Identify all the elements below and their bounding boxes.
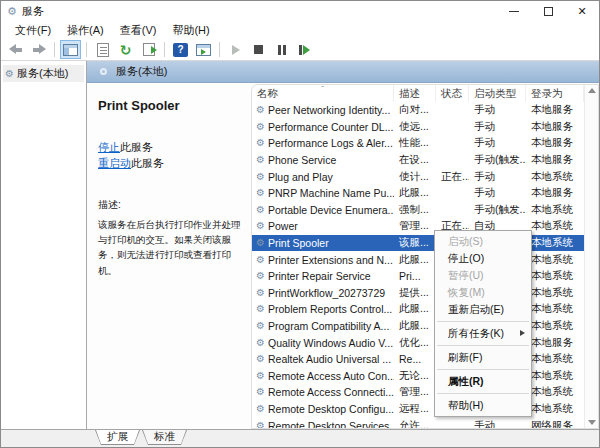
menubar-item[interactable]: 文件(F): [7, 23, 59, 38]
column-header-name[interactable]: 名称 ˆ: [252, 85, 394, 102]
tab-standard[interactable]: 标准: [142, 430, 187, 445]
restart-service-button[interactable]: [294, 40, 315, 59]
stop-service-button[interactable]: [248, 40, 269, 59]
toolbar-separator: [164, 42, 165, 57]
service-logon-cell: 本地系统: [526, 219, 584, 233]
stop-service-link[interactable]: 停止: [98, 141, 120, 153]
service-gear-icon: ⚙: [256, 188, 265, 198]
close-icon: ✕: [577, 6, 586, 17]
table-row[interactable]: ⚙Printer Extensions and N... 此服... 本地系统: [252, 251, 584, 268]
table-row[interactable]: ⚙Peer Networking Identity... 向对... 手动 本地…: [252, 102, 584, 119]
tab-extended[interactable]: 扩展: [95, 430, 140, 445]
toolbar: ↻ ?: [1, 39, 599, 61]
column-header-logon-as[interactable]: 登录为: [526, 85, 584, 102]
vertical-scrollbar[interactable]: [584, 85, 598, 428]
service-gear-icon: ⚙: [256, 205, 265, 215]
context-menu-item[interactable]: [437, 345, 529, 346]
help-button[interactable]: ?: [170, 40, 191, 59]
context-menu-item[interactable]: 重新启动(E): [435, 301, 531, 318]
table-row[interactable]: ⚙Print Spooler 该服... 本地系统: [252, 235, 584, 252]
stop-service-icon: [254, 45, 263, 54]
menubar-item[interactable]: 操作(A): [59, 23, 112, 38]
table-row[interactable]: ⚙Remote Access Auto Con... 无论... 本地系统: [252, 368, 584, 385]
context-menu: 启动(S) 停止(O) 暂停(U) 恢复(M) 重新启动(E): [434, 230, 532, 417]
context-menu-item[interactable]: 刷新(F): [435, 349, 531, 366]
minimize-button[interactable]: [497, 1, 531, 22]
service-gear-icon: ⚙: [256, 371, 265, 381]
table-row[interactable]: ⚙Remote Access Connecti... 管理... 本地系统: [252, 384, 584, 401]
column-header-startup-type[interactable]: 启动类型: [469, 85, 526, 102]
scroll-up-icon[interactable]: [588, 88, 596, 93]
column-header-description[interactable]: 描述: [394, 85, 436, 102]
service-logon-cell: 本地系统: [526, 385, 584, 399]
table-row[interactable]: ⚙Remote Desktop Configu... 远程... 本地系统: [252, 401, 584, 418]
context-menu-item[interactable]: 暂停(U): [435, 267, 531, 284]
show-action-pane-button[interactable]: [193, 40, 214, 59]
service-name: Phone Service: [268, 154, 336, 166]
service-logon-cell: 本地服务: [526, 103, 584, 117]
close-button[interactable]: ✕: [565, 1, 599, 22]
table-row[interactable]: ⚙Plug and Play 使计... 正在... 手动 本地系统: [252, 168, 584, 185]
maximize-button[interactable]: [531, 1, 565, 22]
pane-header-gear-icon: [100, 68, 107, 75]
table-row[interactable]: ⚙Printer Repair Service Pri... 本地系统: [252, 268, 584, 285]
titlebar: ⚙ 服务 ✕: [1, 1, 599, 22]
refresh-button[interactable]: ↻: [115, 40, 136, 59]
service-logon-cell: 本地系统: [526, 352, 584, 366]
context-menu-item[interactable]: 启动(S): [435, 233, 531, 250]
menubar-item[interactable]: 查看(V): [112, 23, 165, 38]
service-description-cell: 使计...: [394, 170, 436, 184]
service-logon-cell: 本地系统: [526, 170, 584, 184]
table-row[interactable]: ⚙Performance Counter DL... 使远... 手动 本地服务: [252, 119, 584, 136]
context-menu-item[interactable]: 属性(R): [435, 373, 531, 390]
back-button[interactable]: [5, 40, 26, 59]
service-logon-cell: 本地系统: [526, 369, 584, 383]
properties-button[interactable]: [92, 40, 113, 59]
service-name: Printer Extensions and N...: [268, 254, 393, 266]
table-row[interactable]: ⚙Program Compatibility A... 此服... 本地系统: [252, 318, 584, 335]
table-row[interactable]: ⚙Phone Service 在设... 手动(触发... 本地服务: [252, 152, 584, 169]
menubar-item[interactable]: 帮助(H): [164, 23, 217, 38]
table-row[interactable]: ⚙PNRP Machine Name Pu... 此服... 手动 本地服务: [252, 185, 584, 202]
context-menu-item[interactable]: [437, 393, 529, 394]
table-row[interactable]: ⚙Quality Windows Audio V... 优化... 本地服务: [252, 334, 584, 351]
start-service-button[interactable]: [225, 40, 246, 59]
show-console-tree-button[interactable]: [60, 40, 81, 59]
service-logon-cell: 本地服务: [526, 153, 584, 167]
context-menu-item[interactable]: 所有任务(K): [435, 325, 531, 342]
export-list-icon: [143, 43, 155, 56]
service-description-cell: 使远...: [394, 120, 436, 134]
context-menu-item[interactable]: [437, 321, 529, 322]
table-row[interactable]: ⚙Remote Desktop Services 允许... 手动 网络服务: [252, 417, 584, 428]
context-menu-item[interactable]: 恢复(M): [435, 284, 531, 301]
service-description-cell: 无论...: [394, 369, 436, 383]
table-row[interactable]: ⚙Problem Reports Control... 此服... 本地系统: [252, 301, 584, 318]
tree-item-services-local[interactable]: ⚙ 服务(本地): [3, 65, 84, 82]
stop-service-link-line: 停止此服务: [98, 139, 243, 155]
restart-service-link[interactable]: 重启动: [98, 157, 131, 169]
service-description-cell: 提供...: [394, 286, 436, 300]
service-logon-cell: 本地系统: [526, 402, 584, 416]
scroll-down-icon[interactable]: [588, 420, 596, 425]
table-rows: ⚙Peer Networking Identity... 向对... 手动 本地…: [252, 102, 584, 428]
service-logon-cell: 本地服务: [526, 120, 584, 134]
service-startup-cell: 手动: [469, 103, 526, 117]
table-row[interactable]: ⚙PrintWorkflow_20273729 提供... 本地系统: [252, 285, 584, 302]
column-header-status[interactable]: 状态: [436, 85, 469, 102]
context-menu-item[interactable]: 停止(O): [435, 250, 531, 267]
restart-service-icon: [299, 45, 310, 55]
export-list-button[interactable]: [138, 40, 159, 59]
table-row[interactable]: ⚙Realtek Audio Universal ... Re... 本地系统: [252, 351, 584, 368]
stop-link-suffix: 此服务: [120, 141, 153, 153]
service-logon-cell: 网络服务: [526, 419, 584, 428]
context-menu-item[interactable]: 帮助(H): [435, 397, 531, 414]
service-name: Remote Access Auto Con...: [268, 370, 394, 382]
table-row[interactable]: ⚙Power 管理... 正在... 自动 本地系统: [252, 218, 584, 235]
service-logon-cell: 本地系统: [526, 236, 584, 250]
context-menu-item[interactable]: [437, 369, 529, 370]
forward-button[interactable]: [28, 40, 49, 59]
table-row[interactable]: ⚙Performance Logs & Aler... 性能... 手动 本地服…: [252, 135, 584, 152]
table-row[interactable]: ⚙Portable Device Enumera... 强制... 手动(触发.…: [252, 202, 584, 219]
pause-service-button[interactable]: [271, 40, 292, 59]
service-description-cell: Pri...: [394, 270, 436, 282]
